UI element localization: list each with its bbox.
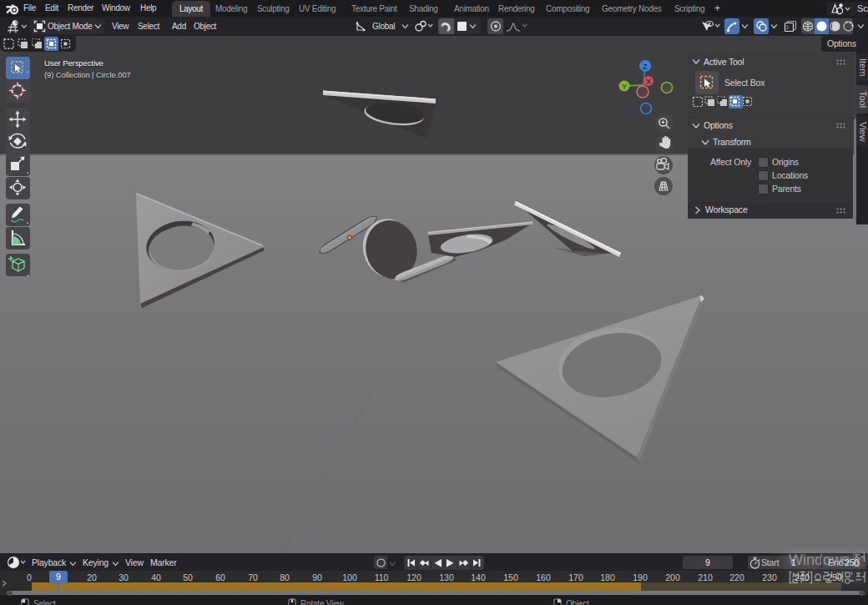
svg-text:Z: Z <box>643 63 648 71</box>
svg-text:X: X <box>646 78 651 86</box>
svg-text:Y: Y <box>622 83 627 91</box>
